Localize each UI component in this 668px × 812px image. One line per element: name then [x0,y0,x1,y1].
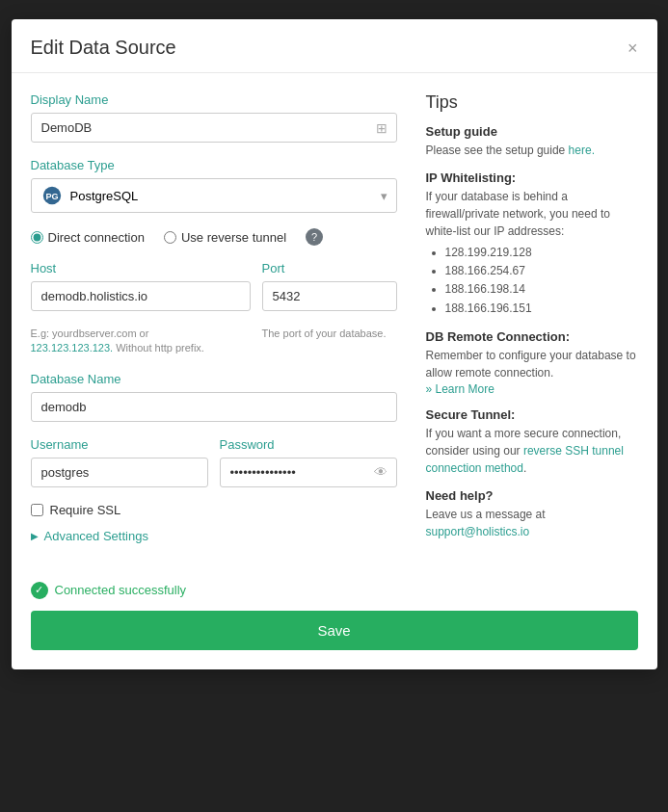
ip-whitelisting-text: If your database is behind a firewall/pr… [426,188,638,240]
modal-footer: ✓ Connected successfully Save [12,582,657,669]
database-name-group: Database Name [31,372,397,422]
need-help-section: Need help? Leave us a message at support… [426,488,638,540]
ip-list: 128.199.219.128 188.166.254.67 188.166.1… [426,244,638,318]
database-type-select[interactable]: PG PostgreSQL ▾ [31,178,397,213]
reverse-tunnel-label: Use reverse tunnel [181,230,286,245]
display-name-input-wrapper: ⊞ [31,113,397,143]
advanced-settings-toggle[interactable]: ▶ Advanced Settings [31,529,397,543]
direct-connection-radio-label[interactable]: Direct connection [31,230,145,245]
display-name-icon: ⊞ [376,120,387,136]
chevron-down-icon: ▾ [381,189,387,203]
postgresql-icon: PG [41,185,63,206]
reverse-tunnel-radio[interactable] [164,231,176,244]
port-hint: The port of your database. [262,323,397,356]
need-help-heading: Need help? [426,488,638,503]
password-label: Password [220,437,397,452]
setup-guide-text: Please see the setup guide here. [426,142,638,159]
require-ssl-label[interactable]: Require SSL [31,503,397,517]
right-panel: Tips Setup guide Please see the setup gu… [416,92,638,563]
modal: Edit Data Source × Display Name ⊞ Databa… [12,19,657,669]
database-type-label: Database Type [31,158,397,172]
password-visibility-icon[interactable]: 👁 [374,464,387,480]
user-pass-row: Username Password 👁 [31,437,397,503]
require-ssl-text: Require SSL [50,503,121,517]
display-name-input[interactable] [31,113,397,143]
host-group: Host [31,261,251,311]
secure-tunnel-heading: Secure Tunnel: [426,407,638,422]
success-message: ✓ Connected successfully [31,582,638,599]
secure-tunnel-section: Secure Tunnel: If you want a more secure… [426,407,638,477]
database-name-input[interactable] [31,392,397,422]
setup-guide-heading: Setup guide [426,124,638,139]
username-group: Username [31,437,208,487]
modal-title: Edit Data Source [31,37,176,59]
database-type-value: PostgreSQL [70,189,139,203]
success-text: Connected successfully [55,583,187,597]
advanced-arrow-icon: ▶ [31,531,39,541]
ip-whitelisting-heading: IP Whitelisting: [426,170,638,185]
direct-connection-radio[interactable] [31,231,43,244]
host-hint: E.g: yourdbserver.com or 123.123.123.123… [31,323,251,356]
db-remote-heading: DB Remote Connection: [426,329,638,344]
host-input[interactable] [31,281,251,311]
connection-help-icon[interactable]: ? [306,228,323,246]
advanced-settings-label: Advanced Settings [44,529,148,543]
learn-more-link[interactable]: » Learn More [426,382,494,396]
tips-title: Tips [426,92,638,113]
ip-item-1: 128.199.219.128 [445,244,638,262]
secure-tunnel-text: If you want a more secure connection, co… [426,425,638,477]
modal-header: Edit Data Source × [12,19,657,73]
direct-connection-label: Direct connection [48,230,145,245]
require-ssl-checkbox[interactable] [31,504,43,516]
ip-item-3: 188.166.198.14 [445,280,638,299]
ip-item-2: 188.166.254.67 [445,262,638,280]
display-name-group: Display Name ⊞ [31,92,397,143]
setup-guide-link[interactable]: here. [569,144,595,157]
username-label: Username [31,437,208,452]
port-input[interactable] [262,281,397,311]
username-input[interactable] [31,458,208,487]
database-type-wrapper: PG PostgreSQL ▾ [31,178,397,213]
db-remote-section: DB Remote Connection: Remember to config… [426,329,638,396]
modal-close-button[interactable]: × [628,39,638,57]
save-button[interactable]: Save [31,611,638,650]
left-panel: Display Name ⊞ Database Type PG [31,92,397,563]
host-hint-highlight: 123.123.123.123. [31,342,114,354]
host-port-row: Host Port [31,261,397,327]
db-remote-text: Remember to configure your database to a… [426,347,638,381]
display-name-label: Display Name [31,92,397,107]
port-group: Port [262,261,397,311]
host-label: Host [31,261,251,275]
password-input-wrapper: 👁 [220,458,397,487]
connection-type-group: Direct connection Use reverse tunnel ? [31,228,397,246]
database-type-group: Database Type PG PostgreSQL ▾ [31,158,397,213]
ip-whitelisting-section: IP Whitelisting: If your database is beh… [426,170,638,318]
setup-guide-section: Setup guide Please see the setup guide h… [426,124,638,159]
port-label: Port [262,261,397,275]
host-hint-text: E.g: yourdbserver.com or 123.123.123.123… [31,327,251,356]
reverse-tunnel-radio-label[interactable]: Use reverse tunnel [164,230,286,245]
ip-item-4: 188.166.196.151 [445,300,638,318]
modal-overlay: Edit Data Source × Display Name ⊞ Databa… [0,0,668,812]
svg-text:PG: PG [45,192,58,201]
need-help-text: Leave us a message at support@holistics.… [426,506,638,540]
password-input[interactable] [220,458,397,487]
success-icon: ✓ [31,582,48,599]
password-group: Password 👁 [220,437,397,487]
hints-row: E.g: yourdbserver.com or 123.123.123.123… [31,323,397,356]
port-hint-text: The port of your database. [262,327,397,341]
support-email-link[interactable]: support@holistics.io [426,525,530,538]
modal-body: Display Name ⊞ Database Type PG [12,73,657,582]
database-name-label: Database Name [31,372,397,386]
